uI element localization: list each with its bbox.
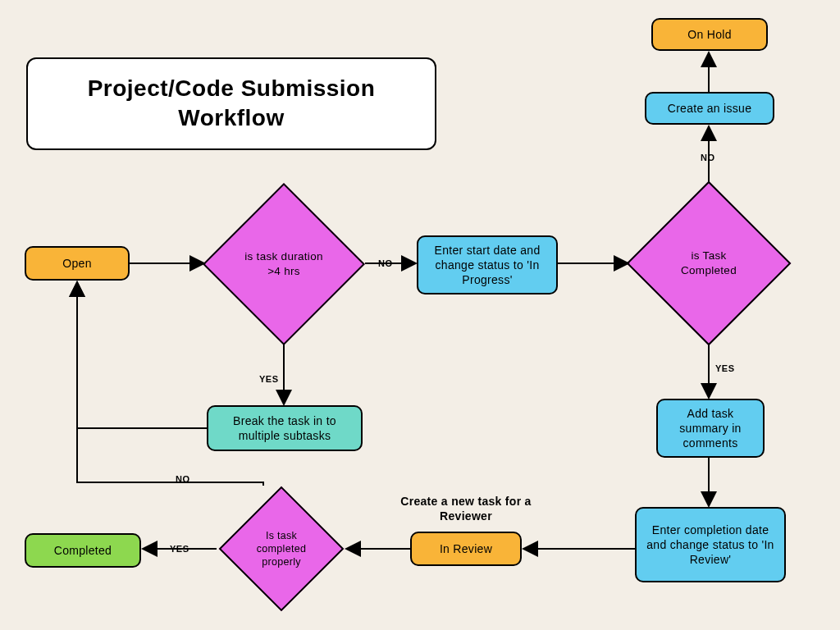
edge-label-yes-1: YES: [259, 374, 279, 384]
decision-completed-properly: Is task completed properly: [219, 486, 345, 612]
edge-label-no-1: NO: [378, 258, 393, 268]
node-completed: Completed: [25, 533, 141, 568]
edge-label-no-3: NO: [176, 474, 190, 484]
node-enter-start: Enter start date and change status to 'I…: [417, 235, 558, 294]
node-enter-completion: Enter completion date and change status …: [635, 507, 786, 582]
node-add-summary: Add task summary in comments: [656, 399, 765, 458]
node-create-issue: Create an issue: [645, 92, 774, 125]
edge-label-yes-2: YES: [715, 363, 735, 373]
edge-label-no-2: NO: [701, 153, 715, 162]
decision-completed-properly-label: Is task completed properly: [239, 506, 324, 591]
label-reviewer-note: Create a new task for a Reviewer: [395, 494, 536, 523]
node-break-subtasks: Break the task in to multiple subtasks: [207, 405, 363, 451]
edge-label-yes-3: YES: [170, 544, 189, 554]
decision-duration-label: is task duration >4 hrs: [228, 208, 340, 320]
node-on-hold: On Hold: [651, 18, 768, 51]
decision-task-completed: is Task Completed: [627, 181, 792, 346]
node-in-review: In Review: [410, 532, 522, 566]
decision-duration: is task duration >4 hrs: [203, 183, 365, 345]
decision-task-completed-label: is Task Completed: [652, 207, 765, 320]
diagram-title: Project/Code Submission Workflow: [26, 57, 436, 150]
node-open: Open: [25, 246, 130, 281]
